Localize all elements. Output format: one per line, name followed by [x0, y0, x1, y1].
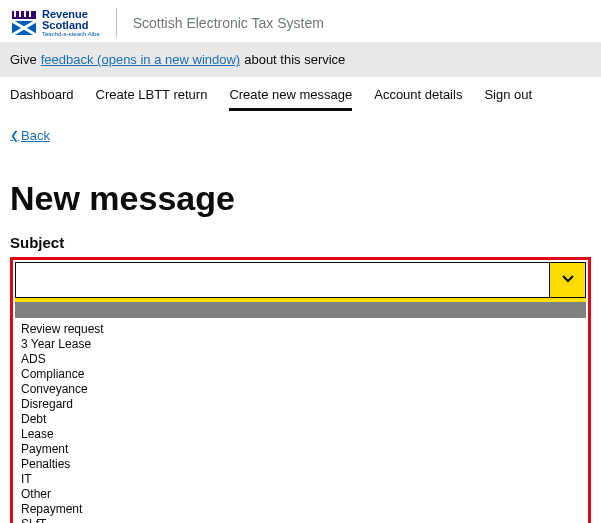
subject-select-toggle[interactable]: [549, 263, 585, 297]
subject-option[interactable]: 3 Year Lease: [21, 337, 580, 352]
highlight-annotation: Review request 3 Year Lease ADS Complian…: [10, 257, 591, 523]
main: New message Subject Review request 3 Yea…: [0, 143, 601, 523]
feedback-prefix: Give: [10, 52, 37, 67]
svg-rect-3: [24, 11, 26, 17]
subject-select-field[interactable]: [15, 262, 586, 298]
nav-account[interactable]: Account details: [374, 87, 462, 111]
feedback-link[interactable]: feedback (opens in a new window): [41, 52, 240, 67]
divider: [116, 8, 117, 38]
subject-option[interactable]: IT: [21, 472, 580, 487]
nav-signout[interactable]: Sign out: [484, 87, 532, 111]
svg-rect-4: [29, 11, 31, 17]
back-link[interactable]: ❮ Back: [10, 128, 50, 143]
system-name: Scottish Electronic Tax System: [133, 15, 324, 31]
chevron-left-icon: ❮: [10, 129, 19, 142]
subject-option[interactable]: Compliance: [21, 367, 580, 382]
svg-rect-1: [14, 11, 16, 17]
logo-line2: Scotland: [42, 20, 100, 31]
subject-option[interactable]: Lease: [21, 427, 580, 442]
feedback-suffix: about this service: [244, 52, 345, 67]
svg-rect-2: [19, 11, 21, 17]
subject-option[interactable]: ADS: [21, 352, 580, 367]
subject-option[interactable]: Repayment: [21, 502, 580, 517]
subject-option[interactable]: Conveyance: [21, 382, 580, 397]
subject-options-list: Review request 3 Year Lease ADS Complian…: [15, 318, 586, 523]
back-label: Back: [21, 128, 50, 143]
logo-text: Revenue Scotland Teachd-a-steach Alba: [42, 9, 100, 37]
subject-option[interactable]: Debt: [21, 412, 580, 427]
page-title: New message: [10, 179, 591, 218]
subject-option[interactable]: Other: [21, 487, 580, 502]
subject-select[interactable]: Review request 3 Year Lease ADS Complian…: [15, 262, 586, 523]
nav-create-lbtt[interactable]: Create LBTT return: [96, 87, 208, 111]
subject-option[interactable]: SLfT: [21, 517, 580, 523]
logo-tagline: Teachd-a-steach Alba: [42, 31, 100, 37]
dropdown-header-bar: [15, 302, 586, 318]
primary-nav: Dashboard Create LBTT return Create new …: [0, 77, 601, 111]
header: Revenue Scotland Teachd-a-steach Alba Sc…: [0, 0, 601, 42]
subject-option[interactable]: Payment: [21, 442, 580, 457]
nav-dashboard[interactable]: Dashboard: [10, 87, 74, 111]
subject-option[interactable]: Penalties: [21, 457, 580, 472]
subject-option[interactable]: Review request: [21, 322, 580, 337]
feedback-bar: Give feedback (opens in a new window) ab…: [0, 42, 601, 77]
revenue-scotland-logo-icon: [10, 9, 38, 37]
subject-label: Subject: [10, 234, 591, 251]
subject-select-value[interactable]: [16, 263, 549, 297]
logo[interactable]: Revenue Scotland Teachd-a-steach Alba: [10, 9, 100, 37]
chevron-down-icon: [562, 271, 574, 289]
nav-create-message[interactable]: Create new message: [229, 87, 352, 111]
subject-option[interactable]: Disregard: [21, 397, 580, 412]
